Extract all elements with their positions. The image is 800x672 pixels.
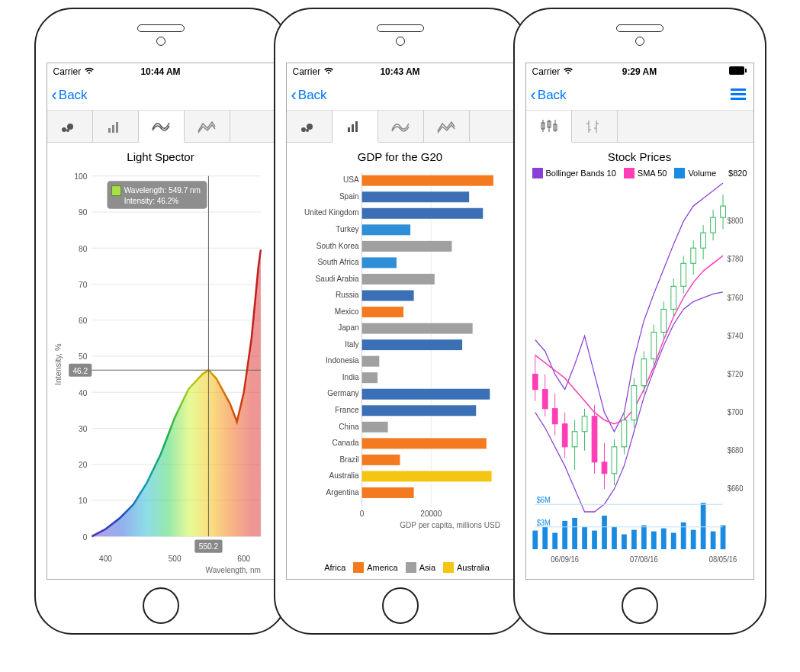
stock-legend: Bollinger Bands 10 SMA 50 Volume $820	[532, 168, 747, 178]
tab-bar-chart[interactable]	[333, 111, 378, 143]
svg-rect-144	[651, 332, 656, 359]
svg-text:0: 0	[82, 532, 87, 541]
legend-item: America	[353, 562, 397, 573]
svg-text:Brazil: Brazil	[339, 455, 358, 463]
stock-plot[interactable]: $800$780$760$740$720$700$680$660$6M$3M06…	[532, 183, 747, 577]
svg-text:08/05/16: 08/05/16	[708, 555, 737, 564]
swatch-icon	[443, 562, 454, 573]
home-button[interactable]	[622, 587, 658, 624]
svg-rect-96	[731, 88, 746, 91]
carrier-label: Carrier	[293, 66, 365, 77]
tooltip: Wavelength: 549.7 nm Intensity: 46.2%	[107, 181, 207, 209]
svg-text:50: 50	[79, 352, 87, 361]
nav-bar: ‹ Back	[47, 80, 275, 111]
svg-text:Germany: Germany	[327, 389, 359, 397]
gdp-plot[interactable]: USASpainUnited KingdomTurkeySouth KoreaS…	[293, 168, 508, 562]
svg-rect-62	[361, 257, 396, 268]
svg-rect-94	[729, 66, 744, 75]
tab-ohlc[interactable]	[572, 111, 618, 142]
svg-rect-4	[112, 125, 114, 133]
svg-rect-168	[622, 534, 627, 549]
svg-text:60: 60	[79, 317, 87, 325]
menu-button[interactable]	[731, 85, 749, 105]
battery-icon	[729, 66, 747, 77]
home-button[interactable]	[382, 587, 419, 624]
svg-rect-70	[361, 323, 472, 334]
legend-item: Asia	[406, 562, 435, 573]
svg-rect-58	[361, 224, 410, 235]
svg-text:Canada: Canada	[332, 439, 358, 447]
tab-bar	[287, 111, 514, 143]
chart-area-2: GDP for the G20 USASpainUnited KingdomTu…	[287, 143, 514, 579]
svg-text:$660: $660	[727, 484, 743, 494]
legend-item: Bollinger Bands 10	[532, 168, 616, 178]
svg-rect-80	[361, 405, 476, 416]
svg-point-44	[307, 124, 313, 130]
legend-item: Australia	[443, 562, 490, 573]
svg-rect-98	[731, 98, 746, 100]
svg-rect-165	[592, 531, 597, 549]
svg-text:$760: $760	[727, 293, 743, 302]
svg-rect-140	[631, 386, 636, 420]
svg-rect-60	[361, 241, 451, 252]
svg-text:70: 70	[79, 281, 87, 289]
svg-rect-176	[700, 503, 705, 549]
svg-text:South Africa: South Africa	[317, 258, 358, 266]
swatch-icon	[624, 168, 635, 178]
svg-rect-161	[552, 533, 557, 550]
svg-text:40: 40	[79, 388, 87, 397]
tab-bar-chart[interactable]	[93, 111, 139, 142]
svg-rect-5	[116, 122, 118, 133]
tab-bubble[interactable]	[47, 111, 93, 142]
back-button[interactable]: ‹ Back	[52, 87, 88, 104]
svg-rect-172	[660, 529, 666, 549]
tab-area-chart[interactable]	[185, 111, 230, 142]
svg-rect-150	[680, 263, 686, 286]
svg-text:550.2: 550.2	[198, 542, 217, 551]
tab-line-chart[interactable]	[378, 111, 424, 142]
home-button[interactable]	[143, 587, 179, 624]
phone-row: Carrier 10:44 AM ‹ Back Light Spector	[8, 8, 792, 635]
svg-rect-76	[361, 372, 377, 383]
svg-text:$6M: $6M	[536, 496, 550, 505]
chevron-left-icon: ‹	[291, 87, 297, 104]
svg-text:06/09/16: 06/09/16	[551, 555, 579, 564]
svg-text:$800: $800	[727, 217, 743, 226]
svg-text:90: 90	[79, 208, 87, 217]
phone-2: Carrier 10:43 AM ‹ Back GDP for the G20 …	[274, 8, 527, 635]
svg-rect-120	[532, 375, 538, 390]
tab-line-chart[interactable]	[139, 111, 185, 143]
carrier-text: Carrier	[293, 66, 321, 77]
svg-text:South Korea: South Korea	[316, 241, 358, 249]
svg-text:46.2: 46.2	[72, 366, 88, 375]
nav-bar: ‹ Back	[526, 80, 753, 111]
svg-rect-136	[612, 447, 617, 474]
svg-rect-52	[361, 175, 493, 186]
svg-rect-78	[361, 389, 490, 400]
back-button[interactable]: ‹ Back	[291, 87, 327, 104]
svg-text:United Kingdom: United Kingdom	[304, 208, 359, 217]
tab-area-chart[interactable]	[424, 111, 470, 142]
gdp-legend: Africa America Asia Australia	[293, 562, 508, 573]
svg-rect-95	[745, 69, 747, 72]
svg-text:Wavelength, nm: Wavelength, nm	[205, 565, 260, 574]
svg-text:$680: $680	[727, 445, 743, 455]
svg-rect-178	[720, 526, 725, 549]
svg-rect-134	[602, 462, 607, 474]
svg-text:India: India	[342, 373, 358, 381]
tab-bubble[interactable]	[287, 111, 333, 142]
svg-point-45	[306, 129, 309, 132]
tab-candlestick[interactable]	[526, 111, 572, 143]
light-spector-plot[interactable]: 0 10 20 30 40 50 60 70 80 90 100	[53, 168, 268, 577]
svg-rect-142	[641, 359, 646, 386]
svg-rect-46	[348, 127, 350, 132]
swatch-icon	[406, 562, 416, 573]
back-button[interactable]: ‹ Back	[531, 87, 567, 104]
svg-text:Wavelength: 549.7 nm: Wavelength: 549.7 nm	[124, 186, 200, 195]
svg-rect-169	[631, 530, 636, 549]
svg-text:Russia: Russia	[335, 291, 358, 299]
back-label: Back	[538, 88, 567, 103]
svg-rect-138	[622, 420, 627, 447]
carrier-text: Carrier	[532, 66, 561, 77]
svg-rect-68	[361, 307, 403, 317]
